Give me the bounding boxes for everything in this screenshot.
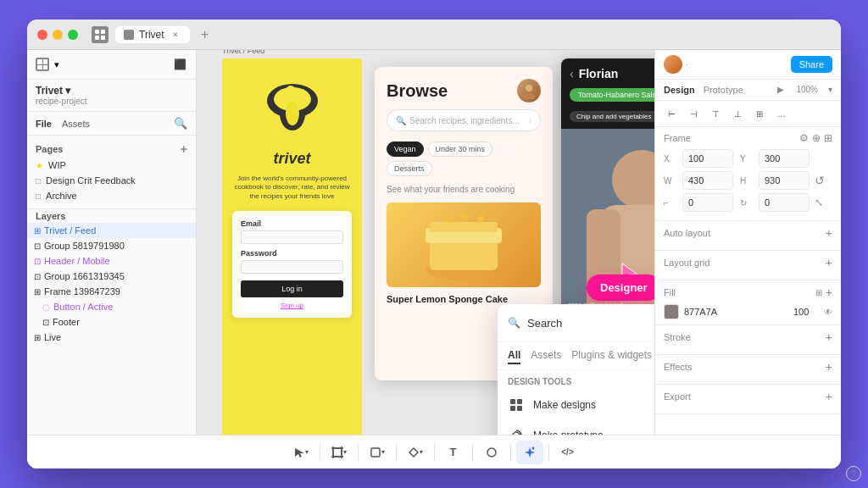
layer-header-mobile[interactable]: ⊡ Header / Mobile [27,253,196,269]
layer-frame-1[interactable]: ⊞ Frame 139847239 [27,284,196,299]
tag-vegan[interactable]: Vegan [387,141,424,157]
tag-under30[interactable]: Under 30 mins [428,141,493,157]
fill-visibility-icon[interactable]: 👁 [824,308,832,317]
file-tab[interactable]: File [36,119,52,129]
add-export-button[interactable]: + [826,390,832,403]
toolbar-separator-3 [396,444,397,461]
add-page-button[interactable]: + [181,142,187,156]
code-tool-button[interactable]: </> [554,441,581,464]
align-left-icon[interactable]: ⊢ [662,104,681,123]
share-button[interactable]: Share [791,56,832,73]
layer-icon: ◌ [42,302,50,312]
x-input[interactable] [682,149,733,168]
y-label: Y [740,154,755,164]
fill-grid-icon[interactable]: ⊞ [815,288,822,297]
new-tab-button[interactable]: + [197,26,214,43]
rotate-input[interactable] [759,193,810,212]
email-input[interactable] [241,230,343,244]
frame-grid-icon[interactable]: ⊞ [824,132,832,144]
layer-group-1[interactable]: ⊡ Group 5819791980 [27,238,196,253]
add-stroke-button[interactable]: + [826,330,832,344]
qa-tab-assets[interactable]: Assets [531,347,561,364]
search-icon[interactable]: 🔍 [174,117,187,130]
qa-tab-plugins[interactable]: Plugins & widgets [571,347,652,364]
password-input[interactable] [241,260,343,274]
layer-live[interactable]: ⊞ Live [27,330,196,345]
minimize-button[interactable] [53,30,63,40]
user-avatar[interactable] [664,55,682,74]
tag-desserts[interactable]: Desserts [387,161,432,176]
align-right-icon[interactable]: ⊤ [706,104,725,123]
text-tool-button[interactable]: T [440,441,467,464]
qa-tab-all[interactable]: All [508,347,520,364]
sidebar-logo[interactable]: ▾ [36,58,59,71]
login-button[interactable]: Log in [241,280,343,297]
qa-search-icon: 🔍 [508,317,520,329]
align-bottom-icon[interactable]: … [772,104,791,123]
qa-item-make-prototype[interactable]: Make prototype [498,420,654,435]
ellipse-tool-button[interactable] [478,441,505,464]
constrain-proportions-icon[interactable]: ↺ [815,174,825,187]
frame-tool-button[interactable]: ▾ [326,441,353,464]
rs-tab-design[interactable]: Design [664,85,695,95]
align-top-icon[interactable]: ⊥ [728,104,747,123]
qa-item-make-designs[interactable]: Make designs AI beta [498,390,654,420]
add-effects-button[interactable]: + [826,360,832,374]
w-input[interactable] [682,171,733,190]
rs-zoom-label[interactable]: 100% [796,85,818,95]
rs-play-button[interactable]: ▶ [777,85,784,95]
svg-point-11 [526,85,532,92]
svg-point-10 [286,86,296,96]
y-input[interactable] [759,149,810,168]
fill-hex-value[interactable]: 877A7A [684,307,788,317]
page-label-archive: Archive [46,191,77,201]
layer-button-active[interactable]: ◌ Button / Active [27,299,196,314]
page-item-wip[interactable]: ★ WIP [27,158,196,173]
frame-tool-arrow: ▾ [343,448,347,456]
browse-avatar[interactable] [517,79,541,103]
project-name[interactable]: Trivet ▾ [36,85,187,97]
collapse-sidebar-button[interactable]: ⬛ [172,57,187,72]
signup-link[interactable]: Sign up [241,302,343,309]
auto-layout-header: Auto layout + [664,226,832,240]
traffic-lights [37,30,78,40]
select-tool-button[interactable]: ▾ [287,441,314,464]
pen-tool-button[interactable]: ▾ [402,441,429,464]
tab-close-button[interactable]: ✕ [170,29,181,41]
florian-name: Florian [579,67,619,80]
trivet-frame-content: trivet Join the world's community-powere… [222,58,362,435]
tab-trivet[interactable]: Trivet ✕ [115,26,190,43]
svg-point-17 [443,215,450,222]
add-auto-layout-button[interactable]: + [826,226,832,240]
add-layout-grid-button[interactable]: + [826,256,832,269]
resize-icon[interactable]: ⤡ [815,197,823,208]
florian-back-icon[interactable]: ‹ [570,67,574,80]
quick-search-input[interactable] [527,317,654,330]
layer-footer[interactable]: ⊡ Footer [27,314,196,330]
frame-label-trivet: Trivet / Feed [222,50,264,55]
corner-input[interactable] [682,193,733,212]
layer-group-2[interactable]: ⊡ Group 1661319345 [27,269,196,284]
fill-opacity-value[interactable]: 100 [793,307,819,317]
fill-swatch[interactable] [664,304,679,319]
fullscreen-button[interactable] [68,30,78,40]
rs-zoom-chevron[interactable]: ▾ [828,85,832,95]
rs-tab-prototype[interactable]: Prototype [704,85,743,95]
add-fill-button[interactable]: + [826,286,832,299]
browse-search-bar[interactable]: 🔍 Search recipes, ingredients... › [387,109,541,131]
h-input[interactable] [759,171,810,190]
pages-label: Pages [36,144,63,154]
frame-settings-icon[interactable]: ⚙ [799,132,809,144]
frame-options-icon[interactable]: ⊕ [812,132,821,144]
shape-tool-button[interactable]: ▾ [364,441,391,464]
align-center-h-icon[interactable]: ⊣ [684,104,703,123]
ai-tool-button[interactable] [516,441,543,464]
page-item-archive[interactable]: □ Archive [27,188,196,203]
assets-tab[interactable]: Assets [62,119,90,129]
rs-toolbar: ⊢ ⊣ ⊤ ⊥ ⊞ … [655,101,841,127]
close-button[interactable] [37,30,47,40]
canvas-area[interactable]: Trivet / Feed trivet Join the world's co… [197,50,654,435]
align-center-v-icon[interactable]: ⊞ [750,104,769,123]
layer-trivet-feed[interactable]: ⊞ Trivet / Feed [27,223,196,238]
page-item-design-crit[interactable]: □ Design Crit Feedback [27,173,196,188]
